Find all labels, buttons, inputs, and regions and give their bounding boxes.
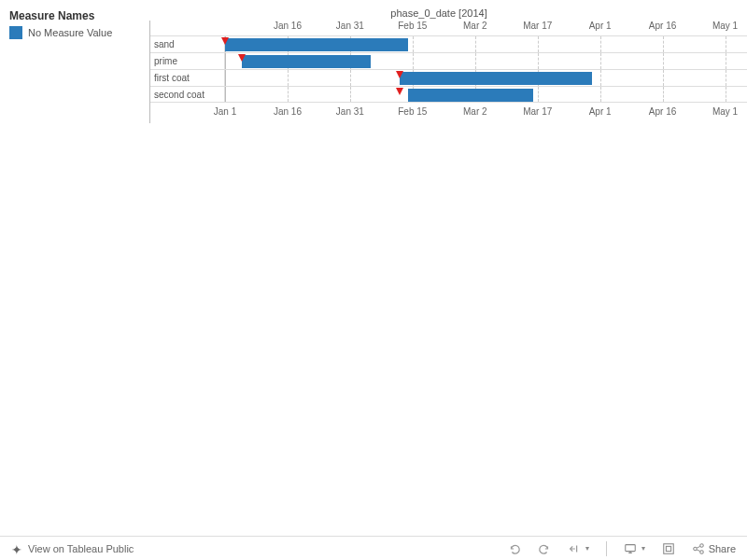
legend-swatch bbox=[9, 26, 22, 39]
toolbar-separator bbox=[606, 541, 607, 556]
gridline bbox=[726, 36, 726, 52]
row-track bbox=[225, 53, 747, 69]
share-button[interactable]: Share bbox=[688, 540, 740, 557]
row-label: first coat bbox=[150, 70, 225, 86]
gridline bbox=[350, 70, 351, 86]
chart-title: phase_0_date [2014] bbox=[149, 7, 747, 19]
tick-label: Jan 16 bbox=[274, 106, 302, 117]
tableau-logo-icon bbox=[11, 542, 24, 555]
top-axis: Jan 16Jan 31Feb 15Mar 2Mar 17Apr 1Apr 16… bbox=[150, 21, 747, 35]
chart-row: prime bbox=[150, 52, 747, 69]
gridline bbox=[475, 53, 476, 69]
tick-label: Apr 16 bbox=[649, 21, 676, 31]
undo-button[interactable] bbox=[504, 540, 525, 557]
svg-point-3 bbox=[693, 547, 697, 551]
marker-icon bbox=[396, 88, 403, 95]
row-track bbox=[225, 87, 747, 102]
gridline bbox=[538, 87, 539, 102]
tick-label: Apr 1 bbox=[589, 106, 612, 117]
chart-row: second coat bbox=[150, 86, 747, 103]
chart-row: first coat bbox=[150, 69, 747, 86]
tick-label: Mar 2 bbox=[463, 21, 487, 31]
bottom-axis: Jan 1Jan 16Jan 31Feb 15Mar 2Mar 17Apr 1A… bbox=[150, 105, 747, 119]
tick-label: Mar 17 bbox=[523, 106, 552, 117]
gridline bbox=[475, 36, 476, 52]
tick-label: Apr 16 bbox=[649, 106, 676, 117]
gridline bbox=[726, 87, 726, 102]
svg-rect-2 bbox=[666, 546, 670, 551]
tick-label: Mar 17 bbox=[523, 21, 552, 31]
tick-label: Jan 31 bbox=[336, 106, 364, 117]
toolbar: View on Tableau Public ▾ ▾ Share bbox=[0, 536, 747, 560]
gridline bbox=[663, 36, 664, 52]
gridline bbox=[538, 53, 539, 69]
gridline bbox=[663, 87, 664, 102]
row-track bbox=[225, 36, 747, 52]
legend-panel: Measure Names No Measure Value bbox=[9, 7, 149, 123]
revert-button[interactable]: ▾ bbox=[564, 540, 593, 557]
gantt-bar[interactable] bbox=[225, 38, 408, 51]
gantt-bar[interactable] bbox=[242, 55, 371, 68]
svg-rect-1 bbox=[663, 543, 673, 553]
revert-icon bbox=[568, 542, 581, 555]
gridline bbox=[726, 70, 726, 86]
legend-label: No Measure Value bbox=[28, 27, 112, 38]
gridline bbox=[600, 36, 601, 52]
chevron-down-icon: ▾ bbox=[641, 544, 645, 553]
gridline bbox=[600, 53, 601, 69]
gridline bbox=[350, 87, 351, 102]
legend-title: Measure Names bbox=[9, 9, 149, 22]
gridline bbox=[663, 53, 664, 69]
tick-label: Apr 1 bbox=[589, 21, 612, 31]
gridline bbox=[413, 36, 414, 52]
tick-label: Mar 2 bbox=[463, 106, 487, 117]
chart-rows: sandprimefirst coatsecond coat bbox=[150, 35, 747, 103]
tick-label: Feb 15 bbox=[398, 106, 427, 117]
svg-rect-0 bbox=[625, 544, 635, 551]
chart-row: sand bbox=[150, 35, 747, 52]
gantt-chart: Jan 16Jan 31Feb 15Mar 2Mar 17Apr 1Apr 16… bbox=[149, 21, 747, 123]
row-label: prime bbox=[150, 53, 225, 69]
share-label: Share bbox=[709, 543, 736, 554]
view-on-tableau-button[interactable]: View on Tableau Public bbox=[7, 540, 137, 557]
fullscreen-icon bbox=[662, 542, 675, 555]
gridline bbox=[726, 53, 726, 69]
chart-area: phase_0_date [2014] Jan 16Jan 31Feb 15Ma… bbox=[149, 7, 747, 123]
redo-button[interactable] bbox=[534, 540, 555, 557]
gridline bbox=[288, 87, 289, 102]
device-icon bbox=[624, 542, 637, 555]
device-button[interactable]: ▾ bbox=[620, 540, 649, 557]
gridline bbox=[600, 70, 601, 86]
tick-label: Jan 31 bbox=[336, 21, 364, 31]
svg-point-4 bbox=[699, 543, 703, 547]
fullscreen-button[interactable] bbox=[658, 540, 679, 557]
gantt-bar[interactable] bbox=[408, 89, 533, 102]
marker-icon bbox=[238, 54, 246, 62]
gridline bbox=[663, 70, 664, 86]
tick-label: May 1 bbox=[712, 21, 738, 31]
tick-label: Jan 16 bbox=[274, 21, 302, 31]
gridline bbox=[288, 70, 289, 86]
marker-icon bbox=[396, 71, 403, 78]
gantt-bar[interactable] bbox=[400, 72, 591, 85]
gridline bbox=[538, 36, 539, 52]
redo-icon bbox=[538, 542, 551, 555]
row-label: second coat bbox=[150, 87, 225, 102]
chevron-down-icon: ▾ bbox=[585, 544, 589, 553]
tick-label: Feb 15 bbox=[398, 21, 427, 31]
undo-icon bbox=[508, 542, 521, 555]
tick-label: May 1 bbox=[712, 106, 738, 117]
share-icon bbox=[692, 542, 705, 555]
legend-item[interactable]: No Measure Value bbox=[9, 26, 149, 39]
row-track bbox=[225, 70, 747, 86]
row-label: sand bbox=[150, 36, 225, 52]
tick-label: Jan 1 bbox=[214, 106, 236, 117]
svg-point-5 bbox=[699, 550, 703, 553]
view-label: View on Tableau Public bbox=[28, 543, 134, 554]
gridline bbox=[600, 87, 601, 102]
gridline bbox=[413, 53, 414, 69]
marker-icon bbox=[221, 37, 229, 45]
